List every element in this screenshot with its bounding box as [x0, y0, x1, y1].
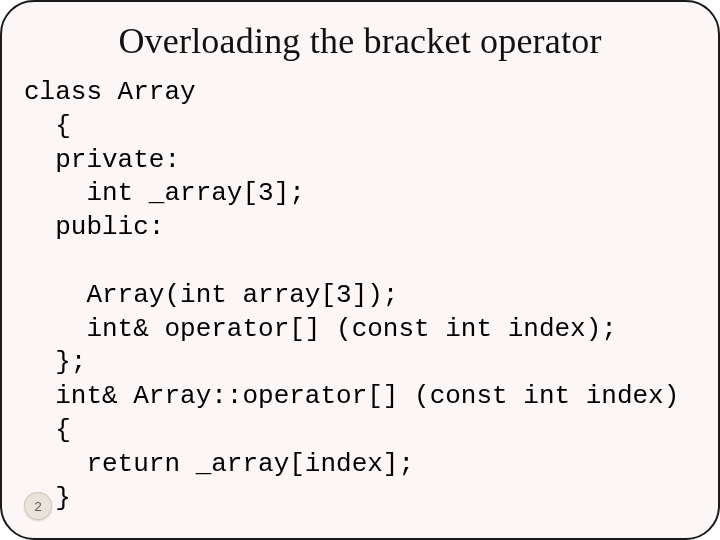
code-line: Array(int array[3]); [24, 280, 398, 310]
code-line: private: [24, 145, 180, 175]
code-line: class Array [24, 77, 196, 107]
code-line: return _array[index]; [24, 449, 414, 479]
slide-number-badge: 2 [24, 492, 52, 520]
slide-container: Overloading the bracket operator class A… [0, 0, 720, 540]
code-line: public: [24, 212, 164, 242]
code-line: { [24, 415, 71, 445]
code-line: { [24, 111, 71, 141]
code-line: int& operator[] (const int index); [24, 314, 617, 344]
slide-number: 2 [34, 499, 41, 514]
slide-title: Overloading the bracket operator [20, 20, 700, 62]
code-line: int _array[3]; [24, 178, 305, 208]
code-block: class Array { private: int _array[3]; pu… [24, 76, 700, 515]
code-line: }; [24, 347, 86, 377]
code-line: int& Array::operator[] (const int index) [24, 381, 679, 411]
